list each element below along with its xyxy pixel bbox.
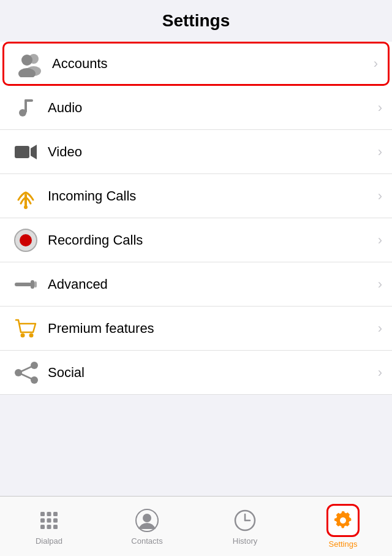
svg-point-16: [21, 333, 25, 337]
settings-menu: Accounts › Audio › Video ›: [0, 42, 392, 395]
incoming-calls-label: Incoming Calls: [48, 188, 374, 204]
menu-item-premium[interactable]: Premium features ›: [0, 307, 392, 351]
tab-contacts[interactable]: Contacts: [98, 497, 196, 556]
page-title: Settings: [162, 11, 230, 30]
video-chevron: ›: [378, 144, 382, 160]
advanced-icon: [10, 268, 42, 300]
video-icon: [10, 136, 42, 168]
menu-item-audio[interactable]: Audio ›: [0, 86, 392, 130]
svg-rect-14: [31, 280, 34, 289]
svg-line-21: [18, 365, 34, 373]
premium-icon: [10, 313, 42, 345]
svg-rect-5: [24, 99, 33, 102]
menu-item-recording-calls[interactable]: Recording Calls ›: [0, 218, 392, 262]
accounts-chevron: ›: [374, 56, 378, 72]
settings-icon-wrap: [326, 504, 360, 537]
recording-calls-icon: [10, 224, 42, 256]
contacts-label: Contacts: [131, 536, 162, 546]
svg-rect-25: [53, 512, 58, 516]
svg-rect-24: [47, 512, 51, 516]
svg-point-10: [24, 205, 28, 209]
recording-calls-label: Recording Calls: [48, 232, 374, 248]
svg-rect-31: [53, 525, 58, 529]
social-chevron: ›: [378, 365, 382, 381]
svg-rect-7: [15, 146, 29, 158]
tab-bar: Dialpad Contacts History Settings: [0, 496, 392, 556]
dialpad-label: Dialpad: [36, 536, 62, 546]
incoming-calls-icon: [10, 180, 42, 212]
tab-dialpad[interactable]: Dialpad: [0, 497, 98, 556]
svg-rect-29: [40, 525, 45, 529]
svg-point-17: [29, 333, 34, 337]
menu-item-advanced[interactable]: Advanced ›: [0, 262, 392, 307]
svg-point-6: [19, 109, 26, 116]
svg-marker-8: [31, 145, 37, 159]
dialpad-icon: [36, 507, 62, 534]
settings-label: Settings: [329, 539, 358, 549]
svg-rect-15: [34, 281, 37, 288]
svg-rect-26: [40, 519, 45, 523]
menu-item-video[interactable]: Video ›: [0, 130, 392, 174]
audio-label: Audio: [48, 100, 374, 116]
menu-item-accounts[interactable]: Accounts ›: [2, 42, 390, 86]
premium-label: Premium features: [48, 321, 374, 337]
svg-point-33: [143, 514, 151, 522]
history-icon: [232, 507, 258, 534]
audio-icon: [10, 92, 42, 124]
svg-rect-27: [47, 519, 51, 523]
svg-rect-30: [47, 525, 51, 529]
page-header: Settings: [0, 0, 392, 37]
history-label: History: [233, 536, 257, 546]
accounts-label: Accounts: [52, 56, 370, 72]
svg-rect-13: [15, 283, 32, 286]
social-label: Social: [48, 365, 374, 381]
advanced-chevron: ›: [378, 276, 382, 292]
menu-item-incoming-calls[interactable]: Incoming Calls ›: [0, 174, 392, 218]
menu-item-social[interactable]: Social ›: [0, 351, 392, 395]
tab-history[interactable]: History: [196, 497, 294, 556]
accounts-icon: [14, 48, 46, 80]
svg-point-12: [20, 234, 32, 246]
advanced-label: Advanced: [48, 276, 374, 292]
svg-line-22: [18, 373, 34, 380]
recording-calls-chevron: ›: [378, 232, 382, 248]
svg-point-2: [21, 55, 32, 66]
incoming-calls-chevron: ›: [378, 188, 382, 204]
premium-chevron: ›: [378, 321, 382, 337]
social-icon: [10, 357, 42, 389]
contacts-icon: [134, 507, 160, 534]
tab-settings[interactable]: Settings: [294, 497, 392, 556]
video-label: Video: [48, 144, 374, 160]
svg-rect-28: [53, 519, 58, 523]
audio-chevron: ›: [378, 100, 382, 116]
svg-rect-23: [40, 512, 45, 516]
